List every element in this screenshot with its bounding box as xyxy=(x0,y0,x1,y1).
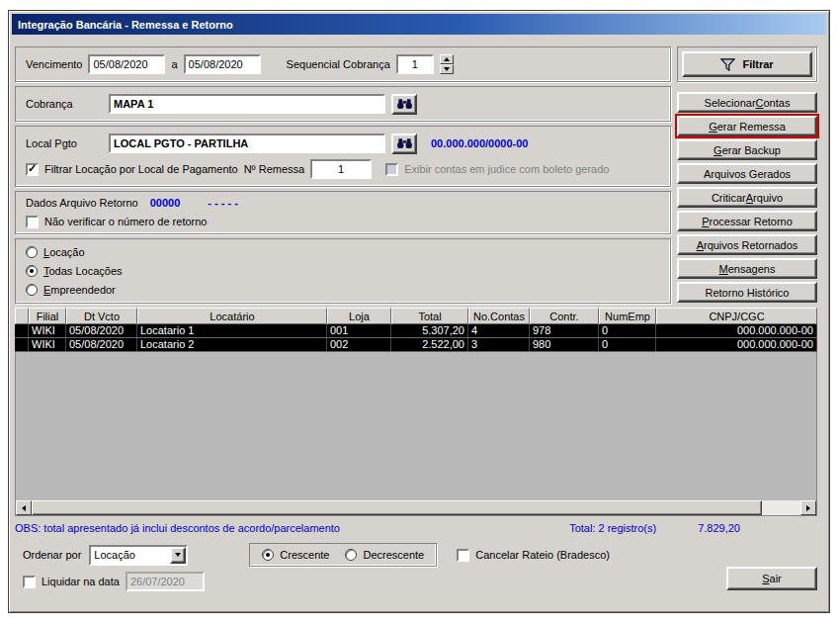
cell-loja: 002 xyxy=(327,338,391,351)
filtrar-button-label: Filtrar xyxy=(742,58,773,70)
column-header-cnpj[interactable]: CNPJ/CGC xyxy=(656,308,817,324)
arquivos-gerados-button[interactable]: Arquivos Gerados xyxy=(677,163,817,184)
exibir-contas-label: Exibir contas em judice com boleto gerad… xyxy=(404,163,609,175)
filtrar-locacao-checkbox[interactable]: ✓ Filtrar Locação por Local de Pagamento xyxy=(26,163,238,176)
mensagens-button[interactable]: Mensagens xyxy=(677,258,817,279)
column-header-total[interactable]: Total xyxy=(391,308,468,324)
dados-retorno-label: Dados Arquivo Retorno xyxy=(26,197,138,209)
radio-locacao-label: Locação xyxy=(43,246,85,258)
cell-total: 5.307,20 xyxy=(391,324,468,337)
criticar-arquivo-button[interactable]: Criticar Arquivo xyxy=(677,187,817,208)
up-arrow-icon xyxy=(444,57,450,61)
cell-numemp: 0 xyxy=(599,338,656,351)
right-arrow-icon xyxy=(806,505,810,511)
column-header-dtvcto[interactable]: Dt Vcto xyxy=(66,308,137,324)
binoculars-icon xyxy=(396,137,413,149)
selector-column-header xyxy=(15,308,29,324)
radio-off-icon xyxy=(26,246,38,258)
cancelar-rateio-checkbox[interactable]: ✓ Cancelar Rateio (Bradesco) xyxy=(457,549,610,562)
radio-decrescente[interactable]: Decrescente xyxy=(345,549,424,561)
ordenar-row: Ordenar por Locação Crescente Decrescent… xyxy=(15,543,817,567)
vencimento-from-input[interactable] xyxy=(88,54,165,74)
cobranca-input[interactable] xyxy=(109,94,385,114)
summary-row: OBS: total apresentado já inclui descont… xyxy=(15,522,817,534)
column-header-nocontas[interactable]: No.Contas xyxy=(468,308,530,324)
column-header-numemp[interactable]: NumEmp xyxy=(599,308,656,324)
filtrar-locacao-label: Filtrar Locação por Local de Pagamento xyxy=(44,163,238,175)
nao-verificar-label: Não verificar o número de retorno xyxy=(44,216,207,227)
cell-locatario: Locatario 1 xyxy=(137,324,327,337)
row-selector-cell xyxy=(15,338,29,351)
cell-locatario: Locatario 2 xyxy=(137,338,327,351)
radio-todas-locacoes[interactable]: Todas Locações xyxy=(26,265,660,277)
vencimento-to-label: a xyxy=(171,58,177,70)
radio-todas-locacoes-label: Todas Locações xyxy=(43,265,123,277)
num-remessa-input[interactable] xyxy=(310,159,372,179)
liquidar-row: ✓ Liquidar na data xyxy=(15,572,205,591)
radio-crescente[interactable]: Crescente xyxy=(262,549,329,561)
table-row[interactable]: WIKI 05/08/2020 Locatario 2 002 2.522,00… xyxy=(15,338,817,352)
scrollbar-thumb[interactable] xyxy=(32,500,762,515)
filtrar-button[interactable]: Filtrar xyxy=(682,51,812,77)
liquidar-date-input xyxy=(126,572,205,591)
cobranca-label: Cobrança xyxy=(26,98,103,110)
liquidar-label: Liquidar na data xyxy=(42,576,120,587)
exibir-contas-checkbox: ✓ Exibir contas em judice com boleto ger… xyxy=(385,163,609,176)
vencimento-group: Vencimento a Sequencial Cobrança xyxy=(15,46,671,82)
checkbox-checked-icon: ✓ xyxy=(26,163,39,176)
vencimento-to-input[interactable] xyxy=(184,54,261,74)
sequencial-cobranca-input[interactable] xyxy=(396,54,434,74)
selecionar-contas-button[interactable]: Selecionar Contas xyxy=(677,92,817,113)
table-row[interactable]: WIKI 05/08/2020 Locatario 1 001 5.307,20… xyxy=(15,324,817,338)
scroll-right-button[interactable] xyxy=(800,500,816,515)
sair-button[interactable]: Sair xyxy=(726,567,817,590)
ordenar-selected-value: Locação xyxy=(91,549,170,561)
local-pgto-search-button[interactable] xyxy=(391,134,417,154)
vencimento-label: Vencimento xyxy=(26,58,82,70)
column-header-locatario[interactable]: Locatário xyxy=(137,308,327,324)
nao-verificar-checkbox[interactable]: ✓ Não verificar o número de retorno xyxy=(26,216,207,228)
cell-dtvcto: 05/08/2020 xyxy=(66,324,137,337)
cell-dtvcto: 05/08/2020 xyxy=(66,338,137,351)
scroll-left-button[interactable] xyxy=(16,500,32,515)
cancelar-rateio-label: Cancelar Rateio (Bradesco) xyxy=(475,549,610,561)
cobranca-search-button[interactable] xyxy=(391,94,417,115)
cell-loja: 001 xyxy=(327,324,391,337)
spinner-down-button[interactable] xyxy=(440,64,454,74)
column-header-loja[interactable]: Loja xyxy=(327,308,391,324)
dados-retorno-detalhe: - - - - - xyxy=(208,197,238,209)
cell-total: 2.522,00 xyxy=(391,338,468,351)
cell-contr: 978 xyxy=(530,324,599,337)
local-pgto-cnpj: 00.000.000/0000-00 xyxy=(431,137,528,149)
radio-on-icon xyxy=(26,265,38,277)
local-pgto-input[interactable] xyxy=(109,134,385,153)
title-bar[interactable]: Integração Bancária - Remessa e Retorno xyxy=(12,14,826,35)
results-grid: Filial Dt Vcto Locatário Loja Total No.C… xyxy=(15,308,817,516)
column-header-filial[interactable]: Filial xyxy=(29,308,66,324)
scope-group: Locação Todas Locações Empreendedor xyxy=(15,238,671,304)
checkbox-unchecked-icon: ✓ xyxy=(26,216,39,228)
action-buttons-column: Selecionar Contas Gerar Remessa Gerar Ba… xyxy=(677,92,817,303)
cobranca-group: Cobrança xyxy=(15,86,671,122)
ordenar-combobox[interactable]: Locação xyxy=(89,545,188,566)
chevron-down-icon xyxy=(175,553,181,557)
dados-retorno-numero: 00000 xyxy=(150,197,181,209)
scrollbar-track[interactable] xyxy=(32,500,800,515)
filter-funnel-icon xyxy=(720,58,735,71)
gerar-backup-button[interactable]: Gerar Backup xyxy=(677,139,817,160)
arquivos-retornados-button[interactable]: Arquivos Retornados xyxy=(677,234,817,255)
processar-retorno-button[interactable]: Processar Retorno xyxy=(677,211,817,231)
combo-dropdown-button[interactable] xyxy=(170,547,186,564)
gerar-remessa-button[interactable]: Gerar Remessa xyxy=(677,116,817,136)
column-header-contr[interactable]: Contr. xyxy=(530,308,599,324)
liquidar-checkbox[interactable]: ✓ Liquidar na data xyxy=(23,576,120,588)
spinner-up-button[interactable] xyxy=(440,54,454,64)
radio-locacao[interactable]: Locação xyxy=(26,246,660,258)
filtrar-frame: Filtrar xyxy=(677,46,817,82)
cell-filial: WIKI xyxy=(29,338,66,351)
radio-empreendedor[interactable]: Empreendedor xyxy=(26,284,660,296)
retorno-historico-button[interactable]: Retorno Histórico xyxy=(677,282,817,303)
ordenar-label: Ordenar por xyxy=(23,549,81,561)
down-arrow-icon xyxy=(444,67,450,71)
cell-numemp: 0 xyxy=(599,324,656,337)
